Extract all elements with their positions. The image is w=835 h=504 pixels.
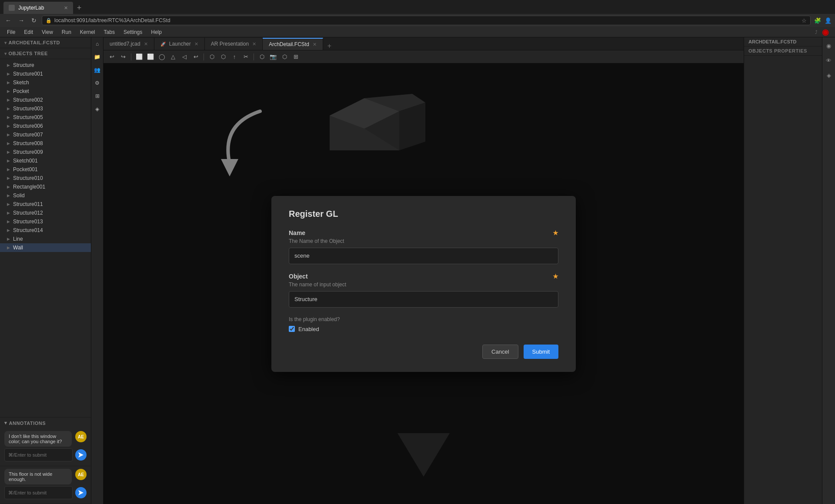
toolbar-grid[interactable]: ⊞ <box>291 52 301 62</box>
far-right-icon-1[interactable]: ◉ <box>824 41 834 50</box>
tree-item-structure014[interactable]: ▶ Structure014 <box>0 226 91 235</box>
name-required-star: ★ <box>553 229 558 236</box>
home-icon[interactable]: ⌂ <box>96 41 99 47</box>
share-icon[interactable]: ⤴ <box>815 30 818 35</box>
tree-item-solid[interactable]: ▶ Solid <box>0 191 91 200</box>
tree-item-label: Structure013 <box>13 219 43 225</box>
tree-item-label: Structure009 <box>13 149 43 155</box>
address-input[interactable]: 🔒 localhost:9091/lab/tree/RTC%3AArchDeta… <box>42 16 811 25</box>
toolbar-undo[interactable]: ↩ <box>107 52 117 62</box>
tree-arrow: ▶ <box>7 89 10 93</box>
toolbar-triangle[interactable]: △ <box>168 52 178 62</box>
toolbar-sep-2 <box>204 53 204 60</box>
menu-settings[interactable]: Settings <box>120 28 146 36</box>
object-input[interactable] <box>289 291 558 308</box>
annotation-send-button-2[interactable] <box>75 487 87 498</box>
settings-icon[interactable]: ⚙ <box>95 80 100 86</box>
browser-tab-jupyterlab[interactable]: JupyterLab ✕ <box>3 2 73 14</box>
tab-untitled[interactable]: untitled7.jcad ✕ <box>104 38 154 50</box>
toolbar-circle[interactable]: ◯ <box>157 52 167 62</box>
toolbar-rotate[interactable]: ↩ <box>191 52 200 62</box>
tree-item-structure[interactable]: ▶ Structure <box>0 61 91 70</box>
annotations-header: ▾ ANNOTATIONS <box>0 418 91 428</box>
toolbar-cut[interactable]: ✂ <box>241 52 250 62</box>
annotation-send-button-1[interactable] <box>75 449 87 461</box>
annotation-input-2[interactable] <box>4 486 73 499</box>
annotation-text-2: This floor is not wide enough. <box>4 469 72 484</box>
add-tab-button[interactable]: + <box>323 42 336 50</box>
tree-item-pocket001[interactable]: ▶ Pocket001 <box>0 165 91 174</box>
annotation-input-row-2 <box>4 484 87 501</box>
grid-icon[interactable]: ⊞ <box>95 93 100 99</box>
menu-edit[interactable]: Edit <box>20 28 37 36</box>
tree-item-structure010[interactable]: ▶ Structure010 <box>0 174 91 182</box>
viewport[interactable]: Register GL Name ★ The Name of the Objec… <box>104 63 744 504</box>
tree-item-structure005[interactable]: ▶ Structure005 <box>0 113 91 122</box>
objects-tree-collapse-icon: ▾ <box>4 51 7 56</box>
tree-item-structure002[interactable]: ▶ Structure002 <box>0 96 91 104</box>
submit-button[interactable]: Submit <box>524 345 558 359</box>
tab-launcher[interactable]: 🚀 Launcher ✕ <box>154 38 205 50</box>
toolbar-up[interactable]: ↑ <box>230 52 239 62</box>
tab-ar-close[interactable]: ✕ <box>252 41 256 47</box>
menu-view[interactable]: View <box>38 28 57 36</box>
tree-item-pocket[interactable]: ▶ Pocket <box>0 87 91 96</box>
tree-arrow: ▶ <box>7 115 10 119</box>
extensions-icon[interactable]: 🧩 <box>814 17 821 24</box>
bookmark-icon[interactable]: ☆ <box>802 17 807 24</box>
tree-item-wall[interactable]: ▶ Wall <box>0 243 91 252</box>
menu-run[interactable]: Run <box>58 28 75 36</box>
browser-tab-close[interactable]: ✕ <box>64 5 68 11</box>
name-input[interactable] <box>289 248 558 264</box>
tree-item-structure001[interactable]: ▶ Structure001 <box>0 70 91 78</box>
collapse-icon: ▾ <box>4 40 7 45</box>
tree-item-sketch[interactable]: ▶ Sketch <box>0 78 91 87</box>
tab-archdetail[interactable]: ArchDetail.FCStd ✕ <box>263 38 323 50</box>
nav-forward-button[interactable]: → <box>17 16 26 25</box>
cube-icon[interactable]: ◈ <box>95 106 99 112</box>
new-browser-tab-button[interactable]: + <box>73 2 85 14</box>
tree-item-structure008[interactable]: ▶ Structure008 <box>0 139 91 148</box>
tree-item-structure003[interactable]: ▶ Structure003 <box>0 104 91 113</box>
far-right-icon-2[interactable]: 👁 <box>824 56 834 65</box>
tree-item-structure007[interactable]: ▶ Structure007 <box>0 130 91 139</box>
toolbar-hex2[interactable]: ⬡ <box>218 52 228 62</box>
toolbar-box[interactable]: ⬜ <box>134 52 144 62</box>
toolbar-arrow[interactable]: ◁ <box>180 52 189 62</box>
menu-file[interactable]: File <box>3 28 19 36</box>
cancel-button[interactable]: Cancel <box>482 345 518 359</box>
annotation-item-1: I don't like this window color; can you … <box>0 428 91 466</box>
tree-item-rectangle001[interactable]: ▶ Rectangle001 <box>0 182 91 191</box>
toolbar-redo[interactable]: ↪ <box>118 52 128 62</box>
tab-launcher-close[interactable]: ✕ <box>194 41 198 47</box>
tree-item-structure011[interactable]: ▶ Structure011 <box>0 200 91 209</box>
tree-item-structure009[interactable]: ▶ Structure009 <box>0 148 91 156</box>
enabled-checkbox[interactable] <box>289 326 295 332</box>
far-right-icon-3[interactable]: ◈ <box>824 70 834 80</box>
tab-ar-presentation[interactable]: AR Presentation ✕ <box>205 38 263 50</box>
objects-tree-header[interactable]: ▾ OBJECTS TREE <box>0 48 91 59</box>
tab-archdetail-close[interactable]: ✕ <box>313 42 317 47</box>
toolbar-hex4[interactable]: ⬡ <box>280 52 289 62</box>
tree-item-structure006[interactable]: ▶ Structure006 <box>0 122 91 130</box>
tree-arrow: ▶ <box>7 80 10 85</box>
toolbar-camera[interactable]: 📷 <box>268 52 278 62</box>
folder-icon[interactable]: 📁 <box>94 54 100 60</box>
menu-tabs[interactable]: Tabs <box>100 28 118 36</box>
toolbar-hex1[interactable]: ⬡ <box>207 52 217 62</box>
users-icon[interactable]: 👥 <box>94 67 100 73</box>
toolbar-hex3[interactable]: ⬡ <box>257 52 267 62</box>
tree-arrow: ▶ <box>7 124 10 128</box>
tree-item-structure013[interactable]: ▶ Structure013 <box>0 217 91 226</box>
tab-untitled-close[interactable]: ✕ <box>144 41 148 47</box>
tree-item-sketch001[interactable]: ▶ Sketch001 <box>0 156 91 165</box>
menu-kernel[interactable]: Kernel <box>77 28 99 36</box>
menu-help[interactable]: Help <box>147 28 165 36</box>
annotation-input-1[interactable] <box>4 448 73 461</box>
nav-back-button[interactable]: ← <box>3 16 13 25</box>
tree-item-line[interactable]: ▶ Line <box>0 235 91 243</box>
tree-item-structure012[interactable]: ▶ Structure012 <box>0 209 91 217</box>
profile-icon[interactable]: 👤 <box>825 17 832 24</box>
nav-reload-button[interactable]: ↻ <box>30 16 38 25</box>
toolbar-box2[interactable]: ⬜ <box>146 52 155 62</box>
